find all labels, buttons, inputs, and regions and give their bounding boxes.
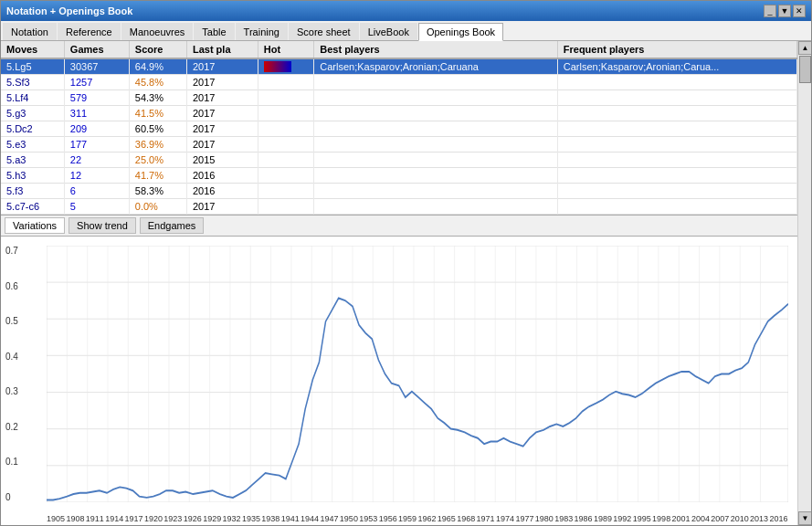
tab-livebook[interactable]: LiveBook xyxy=(360,23,417,40)
cell-games: 30367 xyxy=(64,58,129,75)
cell-lastpla: 2016 xyxy=(186,168,258,184)
maximize-button[interactable]: ▼ xyxy=(778,5,791,17)
tab-training[interactable]: Training xyxy=(236,23,288,40)
scroll-down-button[interactable]: ▼ xyxy=(798,511,811,525)
moves-table: Moves Games Score Last pla Hot Best play… xyxy=(1,41,797,215)
cell-hot xyxy=(258,153,313,168)
cell-games: 209 xyxy=(64,121,129,137)
scroll-track xyxy=(798,55,811,511)
x-label-1974: 1974 xyxy=(496,514,514,523)
x-label-1968: 1968 xyxy=(457,514,475,523)
cell-move: 5.c7-c6 xyxy=(1,199,64,215)
cell-move: 5.Dc2 xyxy=(1,121,64,137)
tab-notation[interactable]: Notation xyxy=(3,23,57,40)
bottom-tab-bar: Variations Show trend Endgames xyxy=(1,215,797,237)
tab-manoeuvres[interactable]: Manoeuvres xyxy=(121,23,194,40)
cell-best-players xyxy=(314,75,558,90)
cell-frequent-players: Carlsen;Kasparov;Aronian;Carua... xyxy=(557,58,796,75)
x-label-1992: 1992 xyxy=(613,514,631,523)
cell-best-players xyxy=(314,168,558,184)
tab-bar: Notation Reference Manoeuvres Table Trai… xyxy=(1,21,811,41)
x-label-2004: 2004 xyxy=(691,514,710,523)
tab-endgames[interactable]: Endgames xyxy=(140,217,205,234)
x-label-1938: 1938 xyxy=(261,514,279,523)
table-row[interactable]: 5.Dc2 209 60.5% 2017 xyxy=(1,121,797,137)
cell-hot xyxy=(258,75,313,90)
cell-hot xyxy=(258,121,313,137)
table-row[interactable]: 5.f3 6 58.3% 2016 xyxy=(1,184,797,199)
x-label-1905: 1905 xyxy=(47,514,65,523)
col-score: Score xyxy=(129,41,186,58)
cell-frequent-players xyxy=(557,153,796,168)
cell-score: 41.7% xyxy=(129,168,186,184)
x-label-1935: 1935 xyxy=(242,514,260,523)
table-row[interactable]: 5.Sf3 1257 45.8% 2017 xyxy=(1,75,797,90)
tab-openings-book[interactable]: Openings Book xyxy=(418,23,503,41)
cell-score: 54.3% xyxy=(129,90,186,106)
table-row[interactable]: 5.g3 311 41.5% 2017 xyxy=(1,106,797,121)
x-label-1989: 1989 xyxy=(594,514,612,523)
scroll-thumb[interactable] xyxy=(799,56,811,83)
cell-score: 25.0% xyxy=(129,153,186,168)
cell-lastpla: 2017 xyxy=(186,121,258,137)
cell-frequent-players xyxy=(557,184,796,199)
cell-games: 12 xyxy=(64,168,129,184)
cell-best-players xyxy=(314,121,558,137)
title-bar: Notation + Openings Book _ ▼ ✕ xyxy=(1,1,811,21)
close-button[interactable]: ✕ xyxy=(793,5,806,17)
cell-best-players xyxy=(314,184,558,199)
tab-show-trend[interactable]: Show trend xyxy=(69,217,136,234)
x-label-1926: 1926 xyxy=(184,514,202,523)
tab-reference[interactable]: Reference xyxy=(58,23,121,40)
cell-lastpla: 2016 xyxy=(186,184,258,199)
x-label-1950: 1950 xyxy=(340,514,358,523)
right-scrollbar: ▲ ▼ xyxy=(797,41,811,525)
cell-move: 5.e3 xyxy=(1,137,64,153)
cell-score: 64.9% xyxy=(129,58,186,75)
cell-score: 60.5% xyxy=(129,121,186,137)
y-label-0.4: 0.4 xyxy=(5,352,18,362)
x-label-1980: 1980 xyxy=(535,514,554,523)
tab-table[interactable]: Table xyxy=(194,23,234,40)
cell-move: 5.f3 xyxy=(1,184,64,199)
x-label-1977: 1977 xyxy=(515,514,533,523)
tab-variations[interactable]: Variations xyxy=(5,217,65,234)
tab-score-sheet[interactable]: Score sheet xyxy=(289,23,359,40)
table-row[interactable]: 5.h3 12 41.7% 2016 xyxy=(1,168,797,184)
chart-x-axis: 1905 1908 1911 1914 1917 1920 1923 1926 … xyxy=(47,514,788,523)
x-label-1959: 1959 xyxy=(398,514,417,523)
col-lastpla: Last pla xyxy=(186,41,258,58)
cell-frequent-players xyxy=(557,168,796,184)
col-moves: Moves xyxy=(1,41,64,58)
table-row[interactable]: 5.c7-c6 5 0.0% 2017 xyxy=(1,199,797,215)
cell-games: 5 xyxy=(64,199,129,215)
cell-score: 45.8% xyxy=(129,75,186,90)
y-label-0.3: 0.3 xyxy=(5,386,18,396)
table-row[interactable]: 5.Lg5 30367 64.9% 2017 Carlsen;Kasparov;… xyxy=(1,58,797,75)
cell-hot xyxy=(258,184,313,199)
x-label-2010: 2010 xyxy=(731,514,749,523)
cell-games: 579 xyxy=(64,90,129,106)
table-row[interactable]: 5.a3 22 25.0% 2015 xyxy=(1,153,797,168)
cell-lastpla: 2017 xyxy=(186,58,258,75)
cell-best-players xyxy=(314,106,558,121)
scroll-up-button[interactable]: ▲ xyxy=(798,41,811,55)
cell-hot xyxy=(258,199,313,215)
table-container: Moves Games Score Last pla Hot Best play… xyxy=(1,41,797,215)
x-label-1971: 1971 xyxy=(477,514,495,523)
cell-hot xyxy=(258,90,313,106)
trend-chart xyxy=(47,246,788,502)
cell-frequent-players xyxy=(557,199,796,215)
table-wrapper: Moves Games Score Last pla Hot Best play… xyxy=(1,41,797,215)
x-label-1911: 1911 xyxy=(86,514,104,523)
table-row[interactable]: 5.e3 177 36.9% 2017 xyxy=(1,137,797,153)
table-row[interactable]: 5.Lf4 579 54.3% 2017 xyxy=(1,90,797,106)
cell-move: 5.Lf4 xyxy=(1,90,64,106)
table-header-row: Moves Games Score Last pla Hot Best play… xyxy=(1,41,797,58)
x-label-1920: 1920 xyxy=(144,514,163,523)
cell-games: 177 xyxy=(64,137,129,153)
minimize-button[interactable]: _ xyxy=(764,5,776,17)
col-hot: Hot xyxy=(258,41,313,58)
chart-y-axis: 0.7 0.6 0.5 0.4 0.3 0.2 0.1 0 xyxy=(5,246,18,502)
cell-lastpla: 2017 xyxy=(186,75,258,90)
